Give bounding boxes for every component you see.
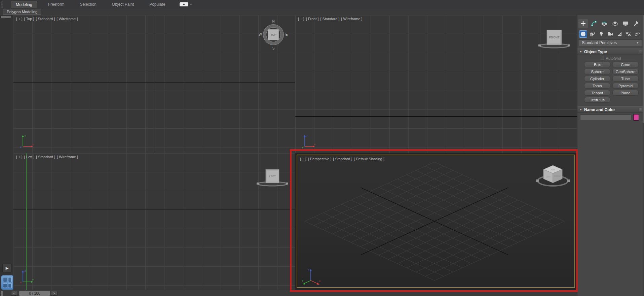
tab-create[interactable] <box>578 19 588 28</box>
viewport-menu-renderer[interactable]: [ Standard ] <box>36 155 55 159</box>
viewport-menu-shading[interactable]: [ Wireframe ] <box>57 155 78 159</box>
viewport-menu-pov[interactable]: [ Perspective ] <box>308 157 332 161</box>
viewcube-front[interactable]: FRONT <box>536 24 573 52</box>
world-axis-line-horizontal <box>295 116 577 117</box>
ribbon-minimize-button[interactable] <box>180 2 188 6</box>
cylinder-button[interactable]: Cylinder <box>584 76 610 81</box>
viewport-left-label: [ + ] [ Left ] [ Standard ] [ Wireframe … <box>16 155 78 159</box>
category-geometry[interactable] <box>579 30 587 38</box>
viewport-layout-quad-button[interactable] <box>1 275 14 290</box>
viewcube-face-label: LEFT <box>269 175 276 178</box>
viewport-menu-pov[interactable]: [ Top ] <box>24 17 34 21</box>
ribbon-tab-selection[interactable]: Selection <box>75 1 101 8</box>
ribbon: Modeling Freeform Selection Object Paint… <box>0 0 644 15</box>
rollout-collapse-arrow-icon: ▼ <box>579 108 582 111</box>
viewport-perspective[interactable]: [ + ] [ Perspective ] [ Standard ] [ Def… <box>297 155 575 288</box>
ribbon-tab-freeform[interactable]: Freeform <box>43 1 69 8</box>
viewport-menu-renderer[interactable]: [ Standard ] <box>36 17 55 21</box>
viewport-menu-pov[interactable]: [ Left ] <box>24 155 35 159</box>
category-shapes[interactable] <box>588 30 596 38</box>
compass-north-label[interactable]: N <box>272 20 274 23</box>
viewport-perspective-label: [ + ] [ Perspective ] [ Standard ] [ Def… <box>300 157 384 161</box>
viewport-menu-shading[interactable]: [ Default Shading ] <box>354 157 384 161</box>
viewcube-left[interactable]: LEFT <box>254 162 291 190</box>
geosphere-button[interactable]: GeoSphere <box>612 69 639 74</box>
tab-modify[interactable] <box>589 19 599 28</box>
tab-display[interactable] <box>621 19 630 28</box>
time-slider[interactable]: 0 / 100 <box>19 291 50 296</box>
viewcube-face-label: LEFT <box>546 176 551 178</box>
compass-west-label[interactable]: W <box>259 33 262 36</box>
category-lights[interactable] <box>597 30 605 38</box>
scrollbar-thumb[interactable] <box>643 15 644 123</box>
autogrid-checkbox[interactable] <box>601 57 604 60</box>
chevron-down-icon <box>183 4 185 5</box>
rollout-name-and-color[interactable]: ▼ Name and Color <box>577 106 644 113</box>
next-frame-button[interactable]: > <box>51 291 58 296</box>
category-cameras[interactable] <box>606 30 614 38</box>
category-space-warps[interactable] <box>624 30 633 38</box>
ribbon-tab-object-paint[interactable]: Object Paint <box>107 1 139 8</box>
viewport-menu-general[interactable]: [ + ] <box>16 17 23 21</box>
viewport-menu-renderer[interactable]: [ Standard ] <box>333 157 352 161</box>
category-systems[interactable] <box>634 30 642 38</box>
cone-button[interactable]: Cone <box>612 62 639 67</box>
ribbon-tab-modeling[interactable]: Modeling <box>11 1 37 8</box>
quad-pane-icon <box>8 283 12 288</box>
svg-text:z: z <box>20 145 22 149</box>
rollout-collapse-arrow-icon: ▼ <box>579 50 582 53</box>
panel-scrollbar[interactable] <box>643 15 644 296</box>
viewport-menu-general[interactable]: [ + ] <box>16 155 23 159</box>
torus-button[interactable]: Torus <box>584 83 610 89</box>
plane-button[interactable]: Plane <box>612 90 639 96</box>
object-name-input[interactable] <box>580 114 631 120</box>
object-color-swatch[interactable] <box>633 114 639 121</box>
compass-south-label[interactable]: S <box>272 46 275 50</box>
viewport-menu-shading[interactable]: [ Wireframe ] <box>56 17 78 21</box>
tab-utilities[interactable] <box>632 19 641 28</box>
teapot-button[interactable]: Teapot <box>584 90 610 96</box>
tab-motion[interactable] <box>610 19 620 28</box>
panel-tab-polygon-modeling[interactable]: Polygon Modeling <box>3 9 41 15</box>
viewport-menu-pov[interactable]: [ Front ] <box>306 17 319 21</box>
viewport-front[interactable]: [ + ] [ Front ] [ Standard ] [ Wireframe… <box>295 15 577 153</box>
viewcube-3d[interactable]: TOP LEFT FRONT <box>534 159 571 193</box>
command-panel-tabs <box>577 18 642 29</box>
category-helpers[interactable] <box>615 30 623 38</box>
viewport-perspective-cell: [ + ] [ Perspective ] [ Standard ] [ Def… <box>295 153 577 290</box>
geometry-sphere-icon <box>580 31 586 37</box>
box-button[interactable]: Box <box>584 62 610 67</box>
axis-tripod: y x z <box>20 132 35 149</box>
compass-east-label[interactable]: E <box>286 33 288 36</box>
viewcube-face-label: FRONT <box>549 36 560 39</box>
primitives-category-dropdown[interactable]: Standard Primitives ▼ <box>579 39 642 46</box>
viewcube-ring-handle <box>538 44 541 46</box>
viewport-menu-general[interactable]: [ + ] <box>300 157 306 161</box>
ribbon-drag-handle[interactable] <box>1 1 3 8</box>
viewcube-ring-handle <box>286 183 288 185</box>
svg-text:z: z <box>306 134 308 137</box>
ribbon-tab-populate[interactable]: Populate <box>145 1 170 8</box>
viewport-top[interactable]: [ + ] [ Top ] [ Standard ] [ Wireframe ]… <box>13 15 295 153</box>
toolbar-drag-handle[interactable] <box>1 16 11 18</box>
rollout-title: Name and Color <box>584 107 615 112</box>
viewcube-compass[interactable]: TOP N S E W <box>257 19 290 51</box>
rollout-object-type[interactable]: ▼ Object Type <box>577 48 644 55</box>
viewport-menu-shading[interactable]: [ Wireframe ] <box>341 17 362 21</box>
pyramid-button[interactable]: Pyramid <box>612 83 639 89</box>
viewport-left[interactable]: [ + ] [ Left ] [ Standard ] [ Wireframe … <box>13 153 295 290</box>
svg-text:y: y <box>302 279 303 282</box>
tube-button[interactable]: Tube <box>612 76 639 81</box>
layout-flyout-button[interactable]: ▶ <box>2 264 12 273</box>
textplus-button[interactable]: TextPlus <box>584 97 610 103</box>
viewport-menu-general[interactable]: [ + ] <box>298 17 304 21</box>
utilities-wrench-icon <box>633 20 640 27</box>
world-axis-line-horizontal <box>13 83 295 83</box>
viewport-menu-renderer[interactable]: [ Standard ] <box>320 17 340 21</box>
timeline-drag-handle[interactable] <box>1 291 3 296</box>
sphere-button[interactable]: Sphere <box>584 69 610 74</box>
viewcube-ring-handle <box>568 44 570 46</box>
previous-frame-button[interactable]: < <box>11 291 18 296</box>
ribbon-minimize-options-chevron-icon[interactable]: ▾ <box>190 3 192 6</box>
tab-hierarchy[interactable] <box>600 19 609 28</box>
